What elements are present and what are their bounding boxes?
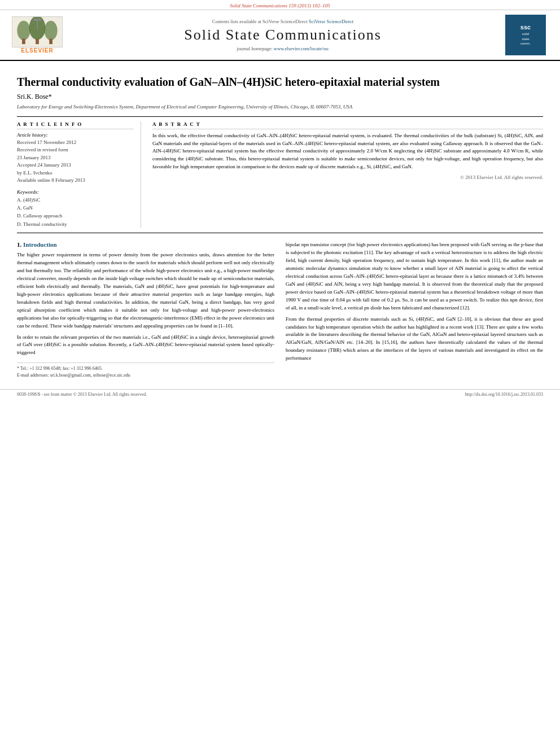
article-info-header: A R T I C L E I N F O (17, 121, 134, 129)
body-columns: 1. Introduction The higher power require… (17, 241, 543, 379)
revised-label: Received in revised form (17, 146, 134, 154)
svg-rect-8 (33, 19, 41, 21)
revised-date: 23 January 2013 (17, 154, 134, 162)
journal-title: Solid State Communications (71, 27, 495, 43)
article-info-abstract: A R T I C L E I N F O Article history: R… (17, 116, 543, 234)
introduction-title: 1. Introduction (17, 241, 274, 248)
footnote-email: E-mail addresses: sri.k.bose@gmail.com, … (17, 372, 274, 379)
svg-rect-7 (37, 20, 38, 29)
article-title: Thermal conductivity evaluation of GaN–A… (17, 75, 543, 89)
svg-point-3 (45, 21, 58, 41)
keywords-list: A. (4H)SiC A. GaN D. Callaway approach D… (17, 196, 134, 229)
left-column: 1. Introduction The higher power require… (17, 241, 274, 379)
authors: Sri.K. Bose* (17, 93, 543, 101)
abstract-header: A B S T R A C T (152, 121, 543, 129)
right-paragraph-1: bipolar npn transistor concept (for high… (286, 241, 543, 312)
intro-paragraph-2: In order to retain the relevant properti… (17, 334, 274, 357)
ssc-logo: ssc solidstatecomm. (500, 15, 551, 55)
homepage-link[interactable]: www.elsevier.com/locate/ssc (274, 46, 329, 51)
issn-text: 0038-1098/$ - see front matter © 2013 El… (17, 392, 147, 397)
keyword-1: A. (4H)SiC (17, 196, 134, 204)
footnotes: * Tel.: +1 312 996 6548; fax: +1 312 996… (17, 362, 274, 379)
available-online: Available online 8 February 2013 (17, 177, 134, 185)
keyword-4: D. Thermal conductivity (17, 220, 134, 228)
article-info-panel: A R T I C L E I N F O Article history: R… (17, 121, 141, 229)
abstract-text: In this work, the effective thermal cond… (152, 132, 543, 172)
elsevier-logo-box (12, 16, 63, 47)
svg-rect-5 (36, 39, 39, 45)
abstract-section: A B S T R A C T In this work, the effect… (152, 121, 543, 229)
article-body: Thermal conductivity evaluation of GaN–A… (0, 61, 560, 385)
svg-rect-6 (49, 39, 53, 45)
right-paragraph-2: From the thermal properties of discrete … (286, 316, 543, 363)
copyright: © 2013 Elsevier Ltd. All rights reserved… (152, 174, 543, 180)
svg-rect-4 (22, 39, 25, 45)
elsevier-brand-text: ELSEVIER (21, 47, 53, 54)
journal-homepage: journal homepage: www.elsevier.com/locat… (71, 46, 495, 51)
affiliation: Laboratory for Energy and Switching-Elec… (17, 103, 543, 111)
ssc-logo-box: ssc solidstatecomm. (505, 15, 546, 55)
header-center: Contents lists available at SciVerse Sci… (71, 19, 495, 51)
intro-paragraph-1: The higher power requirement in terms of… (17, 251, 274, 330)
keyword-3: D. Callaway approach (17, 212, 134, 220)
page-header: ELSEVIER Contents lists available at Sci… (0, 10, 560, 61)
received-date: Received 17 November 2012 (17, 139, 134, 147)
doi-text: http://dx.doi.org/10.1016/j.ssc.2013.01.… (465, 392, 543, 397)
footnote-tel: * Tel.: +1 312 996 6548; fax: +1 312 996… (17, 365, 274, 372)
svg-point-1 (17, 21, 30, 41)
accepted-by: by E.L. Ivchenko (17, 169, 134, 177)
keywords-label: Keywords: (17, 189, 134, 195)
elsevier-logo: ELSEVIER (9, 16, 65, 54)
contents-line: Contents lists available at SciVerse Sci… (71, 19, 495, 24)
accepted-label: Accepted 24 January 2013 (17, 161, 134, 169)
sciverse-link[interactable]: SciVerse ScienceDirect (309, 19, 354, 24)
journal-citation: Solid State Communications 159 (2013) 10… (230, 3, 330, 8)
keyword-2: A. GaN (17, 204, 134, 212)
bottom-bar: 0038-1098/$ - see front matter © 2013 El… (0, 389, 560, 399)
article-history-label: Article history: (17, 132, 134, 138)
journal-top-bar: Solid State Communications 159 (2013) 10… (0, 0, 560, 10)
right-column: bipolar npn transistor concept (for high… (286, 241, 543, 379)
